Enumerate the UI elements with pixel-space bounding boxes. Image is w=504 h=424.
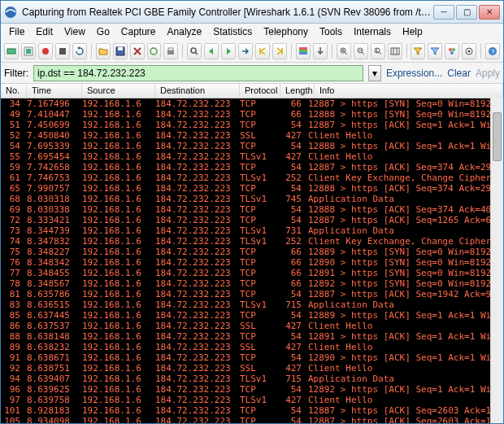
- close-file-button[interactable]: [130, 43, 145, 59]
- go-back-button[interactable]: [204, 43, 219, 59]
- column-header-time[interactable]: Time: [27, 84, 82, 98]
- cell-info: 12888 > https [ACK] Seq=374 Ack=403: [305, 204, 503, 215]
- titlebar[interactable]: Capturing from Realtek PCI GBE Family Co…: [1, 1, 503, 24]
- menu-analyze[interactable]: Analyze: [163, 24, 207, 39]
- stop-capture-button[interactable]: [55, 43, 70, 59]
- reload-button[interactable]: [147, 43, 162, 59]
- expression-link[interactable]: Expression...: [386, 68, 442, 79]
- go-first-button[interactable]: [255, 43, 270, 59]
- packet-row[interactable]: 597.742658192.168.1.6184.72.232.223TCP54…: [1, 162, 503, 173]
- cell-info: Client Hello: [305, 342, 503, 352]
- packet-row[interactable]: 778.348455192.168.1.6184.72.232.223TCP66…: [1, 268, 503, 278]
- menu-help[interactable]: Help: [398, 24, 428, 39]
- restart-capture-button[interactable]: [72, 43, 87, 59]
- packet-row[interactable]: 517.450699192.168.1.6184.72.232.223TCP54…: [1, 120, 503, 130]
- zoom-normal-button[interactable]: 1: [371, 43, 385, 59]
- display-filters-button[interactable]: [428, 43, 442, 59]
- packet-row[interactable]: 818.635786192.168.1.6184.72.232.223TCP54…: [1, 289, 503, 299]
- menu-internals[interactable]: Internals: [349, 24, 396, 39]
- start-capture-button[interactable]: [38, 43, 53, 59]
- column-header-length[interactable]: Length: [280, 84, 315, 98]
- zoom-out-button[interactable]: [354, 43, 368, 59]
- packet-row[interactable]: 918.638671192.168.1.6184.72.232.223TCP54…: [1, 352, 503, 363]
- packet-row[interactable]: 688.030318192.168.1.6184.72.232.223TLSv1…: [1, 194, 503, 204]
- packet-row[interactable]: 748.347832192.168.1.6184.72.232.223TLSv1…: [1, 236, 503, 247]
- colorize-button[interactable]: [296, 43, 311, 59]
- column-header-destination[interactable]: Destination: [155, 84, 240, 98]
- packet-row[interactable]: 758.348227192.168.1.6184.72.232.223TCP66…: [1, 247, 503, 257]
- apply-link[interactable]: Apply: [476, 68, 500, 79]
- packet-row[interactable]: 728.333421192.168.1.6184.72.232.223TCP54…: [1, 215, 503, 225]
- svg-point-33: [468, 50, 471, 52]
- cell-length: 54: [277, 183, 305, 194]
- scrollbar-thumb[interactable]: [493, 112, 502, 161]
- coloring-rules-button[interactable]: [445, 43, 459, 59]
- filter-input[interactable]: [33, 65, 363, 81]
- maximize-button[interactable]: ▢: [456, 5, 477, 20]
- column-header-protocol[interactable]: Protocol: [240, 84, 280, 98]
- packet-row[interactable]: 948.639407192.168.1.6184.72.232.223TLSv1…: [1, 374, 503, 384]
- packet-row[interactable]: 768.348342192.168.1.6184.72.232.223TCP66…: [1, 257, 503, 268]
- print-button[interactable]: [163, 43, 178, 59]
- resize-columns-button[interactable]: [388, 43, 402, 59]
- menu-statistics[interactable]: Statistics: [208, 24, 257, 39]
- preferences-button[interactable]: [462, 43, 476, 59]
- packet-row[interactable]: 657.990757192.168.1.6184.72.232.223TCP54…: [1, 183, 503, 194]
- capture-filters-button[interactable]: [411, 43, 425, 59]
- interfaces-button[interactable]: [4, 43, 19, 59]
- packet-row[interactable]: 978.639758192.168.1.6184.72.232.223TLSv1…: [1, 395, 503, 405]
- go-last-button[interactable]: [272, 43, 287, 59]
- packet-row[interactable]: 1018.928183192.168.1.6184.72.232.223TCP5…: [1, 405, 503, 416]
- packet-row[interactable]: 698.030338192.168.1.6184.72.232.223TCP54…: [1, 204, 503, 215]
- menu-telephony[interactable]: Telephony: [259, 24, 313, 39]
- packet-row[interactable]: 888.638148192.168.1.6184.72.232.223TCP54…: [1, 331, 503, 342]
- minimize-button[interactable]: ─: [433, 5, 454, 20]
- packet-row[interactable]: 868.637537192.168.1.6184.72.232.223SSL42…: [1, 321, 503, 331]
- vertical-scrollbar[interactable]: [490, 98, 503, 423]
- cell-no: 72: [1, 215, 24, 225]
- cell-no: 75: [1, 247, 24, 257]
- cell-time: 7.990757: [24, 183, 79, 194]
- packet-row[interactable]: 968.639625192.168.1.6184.72.232.223TCP54…: [1, 384, 503, 395]
- packet-row[interactable]: 858.637445192.168.1.6184.72.232.223TCP54…: [1, 310, 503, 321]
- packet-row[interactable]: 898.638232192.168.1.6184.72.232.223SSL42…: [1, 342, 503, 352]
- column-header-info[interactable]: Info: [315, 84, 503, 98]
- menu-capture[interactable]: Capture: [116, 24, 161, 39]
- zoom-in-button[interactable]: [337, 43, 351, 59]
- packet-row[interactable]: 1058.934098192.168.1.6184.72.232.223TCP5…: [1, 416, 503, 423]
- packet-row[interactable]: 497.410447192.168.1.6184.72.232.223TCP66…: [1, 109, 503, 120]
- menu-go[interactable]: Go: [92, 24, 115, 39]
- open-button[interactable]: [96, 43, 111, 59]
- packet-row[interactable]: 547.695339192.168.1.6184.72.232.223TCP54…: [1, 141, 503, 151]
- packet-row[interactable]: 928.638751192.168.1.6184.72.232.223SSL42…: [1, 363, 503, 374]
- help-button[interactable]: ?: [485, 43, 500, 59]
- packet-row[interactable]: 617.746753192.168.1.6184.72.232.223TLSv1…: [1, 173, 503, 183]
- svg-line-17: [345, 52, 347, 55]
- column-header-no[interactable]: No.: [1, 84, 27, 98]
- save-button[interactable]: [113, 43, 128, 59]
- cell-info: 12891 > https [SYN] Seq=0 Win=8192: [305, 268, 503, 278]
- menu-file[interactable]: File: [4, 24, 29, 39]
- packet-row[interactable]: 788.348567192.168.1.6184.72.232.223TCP66…: [1, 278, 503, 289]
- options-button[interactable]: [21, 43, 36, 59]
- menu-edit[interactable]: Edit: [31, 24, 58, 39]
- packet-row[interactable]: 738.344739192.168.1.6184.72.232.223TLSv1…: [1, 225, 503, 236]
- packet-row[interactable]: 527.450840192.168.1.6184.72.232.223SSL42…: [1, 130, 503, 141]
- menu-tools[interactable]: Tools: [315, 24, 347, 39]
- cell-source: 192.168.1.6: [79, 141, 152, 151]
- column-header-source[interactable]: Source: [82, 84, 155, 98]
- go-to-button[interactable]: [238, 43, 253, 59]
- cell-source: 192.168.1.6: [79, 352, 152, 363]
- autoscroll-button[interactable]: [313, 43, 328, 59]
- filter-dropdown-button[interactable]: ▾: [368, 65, 381, 81]
- packet-row[interactable]: 838.636515192.168.1.6184.72.232.223TLSv1…: [1, 299, 503, 310]
- packet-row[interactable]: 557.695454192.168.1.6184.72.232.223TLSv1…: [1, 151, 503, 162]
- packet-list[interactable]: 347.167496192.168.1.6184.72.232.223TCP66…: [1, 98, 503, 423]
- clear-link[interactable]: Clear: [447, 68, 471, 79]
- menu-view[interactable]: View: [59, 24, 90, 39]
- go-forward-button[interactable]: [221, 43, 236, 59]
- cell-info: 12887 > https [ACK] Seq=2603 Ack=15: [305, 416, 503, 423]
- close-button[interactable]: ✕: [479, 5, 500, 20]
- find-button[interactable]: [187, 43, 202, 59]
- packet-row[interactable]: 347.167496192.168.1.6184.72.232.223TCP66…: [1, 98, 503, 109]
